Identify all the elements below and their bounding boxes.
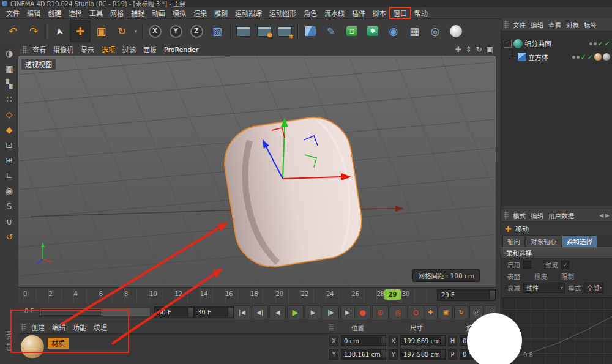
next-key-button[interactable]: |▶ [323,305,339,319]
snap-button[interactable]: S [1,198,17,214]
object-manager-menu-item[interactable]: 编辑 [528,20,546,30]
menu-item[interactable]: 角色 [300,7,321,18]
keyframe-position-button[interactable]: ⊕ [372,305,389,319]
model-mode-button[interactable]: ▣ [1,61,17,76]
scale-shortcut-button[interactable]: ▣ [439,305,453,319]
mode-select[interactable]: 全部 [584,283,603,293]
timeline-ruler[interactable]: 024681012141618202224262830 29 29 F [18,287,496,303]
size-x-field[interactable]: 199.669 cm [400,335,446,346]
floor-button[interactable]: ▦ [404,20,425,42]
object-row-subdivision-surface[interactable]: − 细分曲面 ✓ ✓ [504,37,610,50]
lock-x-button[interactable]: X [144,20,165,42]
viewport-menu-item[interactable]: 显示 [77,44,98,55]
soft-selection-section-header[interactable]: 柔和选择 [501,247,612,259]
attribute-tab[interactable]: 柔和选择 [562,235,597,247]
lock-z-button[interactable]: Z [186,20,207,42]
pen-tool-button[interactable]: ✎ [321,20,341,42]
menu-item[interactable]: 渲染 [190,7,211,18]
history-nav-icons[interactable]: ◀ ▶ [599,212,612,218]
prev-frame-button[interactable]: ◀ [269,305,286,319]
size-y-field[interactable]: 197.588 cm [400,349,446,360]
live-selection-button[interactable]: ➤ [49,20,70,42]
attribute-tab[interactable]: 对象轴心 [526,235,561,247]
object-manager-menu-item[interactable]: 对象 [564,20,581,30]
workplane-button[interactable]: ∟ [1,168,17,183]
menu-item[interactable]: 窗口 [390,7,411,18]
render-visibility-dot[interactable] [577,56,580,59]
object-manager-menu-item[interactable]: 标签 [581,20,599,30]
menu-item[interactable]: 捕捉 [127,7,148,18]
enable-check-icon[interactable]: ✓ [598,40,603,47]
viewport-solo-button[interactable]: ◉ [1,183,17,198]
add-cube-button[interactable] [300,20,321,42]
render-visibility-dot[interactable] [594,42,597,45]
render-settings-button[interactable] [274,20,295,42]
enable-checkbox[interactable] [523,261,531,269]
pan-view-icon[interactable]: ✚ [455,45,461,54]
record-button[interactable]: ● [354,305,371,319]
mograph-button[interactable]: ✱ [362,20,383,42]
attribute-menu-item[interactable]: 用户数据 [546,210,577,221]
collapse-icon[interactable]: − [504,40,512,48]
material-tag-icon[interactable] [594,53,602,61]
panel-grip-icon[interactable] [23,46,27,53]
menu-item[interactable]: 流水线 [321,7,348,18]
keyframe-rotation-button[interactable]: ⊙ [408,305,424,319]
position-y-field[interactable]: 138.161 cm [341,349,386,360]
max-frame-field[interactable]: 30 F [194,306,234,318]
attribute-tab[interactable]: 轴向 [502,235,525,247]
magnet-button[interactable]: ∪ [1,214,17,229]
redo-button[interactable]: ↷ [23,20,44,42]
editor-visibility-dot[interactable] [589,42,592,45]
object-manager-menu-item[interactable]: 查看 [546,20,564,30]
object-row-cube[interactable]: 立方体 ✓ ✓ [504,51,610,63]
viewport-menu-item[interactable]: 面板 [140,44,160,55]
keyframe-scale-button[interactable]: ◎ [390,305,406,319]
cube-object[interactable] [219,112,367,272]
current-frame-field[interactable]: 29 F [437,289,496,301]
viewport-3d[interactable]: 透视视图 网格间距 : 100 cm [18,56,496,287]
toolbar-separator[interactable] [44,20,49,42]
menu-item[interactable]: 网格 [106,7,127,18]
rotate-tool-button[interactable]: ↻ [111,20,132,42]
subdivision-surface-button[interactable]: ◻ [341,20,362,42]
menu-item[interactable]: 工具 [86,7,106,18]
object-name[interactable]: 立方体 [528,52,548,62]
range-end-field[interactable]: 30 F [154,306,194,318]
make-editable-button[interactable]: ◑ [1,45,17,61]
menu-item[interactable]: 创建 [44,7,65,18]
menu-item[interactable]: 编辑 [23,7,44,18]
prev-key-button[interactable]: ◀| [252,305,268,319]
menu-item[interactable]: 选择 [65,7,86,18]
menu-item[interactable]: 模拟 [169,7,190,18]
coord-system-button[interactable]: ▧ [207,20,228,42]
attribute-menu-item[interactable]: 模式 [510,210,528,221]
texture-mode-button[interactable]: ▚ [1,76,17,91]
viewport-menu-item[interactable]: 查看 [29,44,50,55]
render-picture-viewer-button[interactable] [253,20,274,42]
editor-visibility-dot[interactable] [572,56,575,59]
menu-item[interactable]: 雕刻 [211,7,231,18]
menu-item[interactable]: 动画 [148,7,169,18]
history-button[interactable]: ↺ [1,229,17,244]
viewport-menu-item[interactable]: 过滤 [119,44,140,55]
point-mode-button[interactable]: ∷ [1,91,17,106]
attribute-menu-item[interactable]: 编辑 [528,210,546,221]
timeline-playhead[interactable]: 29 [384,289,401,300]
polygon-mode-button[interactable]: ◆ [1,122,17,137]
next-frame-button[interactable]: ▶ [305,305,321,319]
phong-tag-icon[interactable] [603,53,610,61]
viewport-menu-item[interactable]: 摄像机 [50,44,77,55]
undo-button[interactable]: ↶ [2,20,23,42]
zoom-view-icon[interactable]: ⇕ [466,45,472,54]
last-tool-button[interactable]: ▾ [132,20,140,42]
rotate-shortcut-button[interactable]: ↻ [454,305,468,319]
goto-start-button[interactable]: |◀ [234,305,250,319]
menu-item[interactable]: 运动图形 [266,7,300,18]
toggle-view-icon[interactable]: ▣ [487,45,493,54]
enable-check-icon[interactable]: ✓ [588,54,593,61]
preview-checkbox[interactable]: ✓ [561,261,569,269]
render-view-button[interactable] [233,20,253,42]
light-button[interactable] [446,20,466,42]
object-manager-menu-item[interactable]: 文件 [510,20,528,30]
